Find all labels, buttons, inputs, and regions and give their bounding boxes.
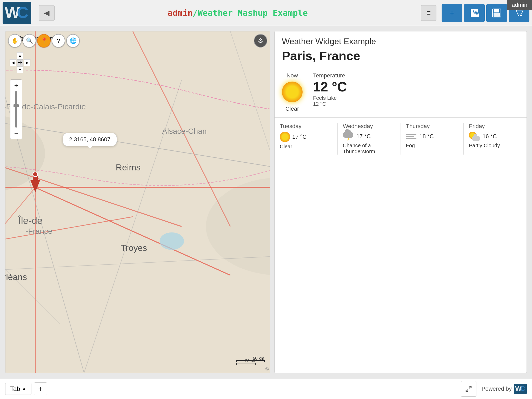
weather-widget: Weather Widget Example Paris, France Now… xyxy=(274,31,527,373)
now-icon-area: Now Clear xyxy=(282,72,303,112)
save-button[interactable] xyxy=(486,4,507,22)
wednesday-condition: Chance of a Thunderstorm xyxy=(343,143,395,155)
app-logo: W C Wirecloud xyxy=(3,2,31,24)
svg-point-42 xyxy=(33,172,38,177)
powered-label: Powered by xyxy=(482,385,512,392)
map-svg: Rouen Reims Chartres Orléans Le Mans Tro… xyxy=(5,31,270,373)
friday-partly-icon xyxy=(469,132,480,141)
map-tools: ✋ 🔍 📍 ? 🌐 xyxy=(8,34,80,48)
tuesday-label: Tuesday xyxy=(280,123,332,130)
map-popup: 2.3165, 48.8607 xyxy=(63,133,117,146)
main-content: Web Map Service xyxy=(0,26,532,378)
svg-rect-5 xyxy=(494,9,499,12)
feels-like-label: Feels Like xyxy=(313,95,337,101)
admin-badge: admin xyxy=(507,0,532,10)
forecast-tuesday: Tuesday 17 °C Clear xyxy=(275,123,338,155)
zoom-in-button[interactable]: + xyxy=(11,81,21,90)
now-label: Now xyxy=(287,72,298,79)
tab-label: Tab xyxy=(10,385,20,393)
add-tab-button[interactable]: + xyxy=(34,382,47,395)
now-condition: Clear xyxy=(285,105,299,112)
zoom-box-tool[interactable]: 🔍 xyxy=(23,34,36,48)
powered-logo: W C xyxy=(514,384,527,394)
map-widget: Web Map Service xyxy=(5,31,270,373)
back-button[interactable]: ◀ xyxy=(39,5,55,21)
svg-text:Alsace-Chan: Alsace-Chan xyxy=(162,127,207,135)
svg-text:Île-de: Île-de xyxy=(18,215,43,226)
friday-condition: Partly Cloudy xyxy=(469,143,521,149)
friday-temp: 16 °C xyxy=(482,133,497,140)
breadcrumb-page: Weather Mashup Example xyxy=(198,8,308,18)
weather-now-section: Now Clear Temperature 12 °C Feels Like 1… xyxy=(275,67,527,118)
svg-text:Reims: Reims xyxy=(116,162,141,172)
wednesday-temp: 17 °C xyxy=(356,133,371,140)
zoom-handle[interactable] xyxy=(14,104,19,107)
tab-button[interactable]: Tab ▲ xyxy=(5,383,31,395)
pan-down-button[interactable]: ▼ xyxy=(17,66,23,73)
svg-point-8 xyxy=(520,15,522,16)
expand-button[interactable] xyxy=(461,381,476,397)
layer-tool[interactable]: 🌐 xyxy=(66,34,80,48)
thursday-condition: Fog xyxy=(406,143,458,149)
info-tool[interactable]: ? xyxy=(52,34,65,48)
pan-empty-tl xyxy=(10,52,16,59)
puzzle-button[interactable] xyxy=(464,4,485,22)
pan-empty-tr xyxy=(24,52,30,59)
now-temp-area: Temperature 12 °C Feels Like 12 °C xyxy=(313,72,347,107)
forecast-wednesday: Wednesday ⚡ 17 °C Chance of a Thundersto… xyxy=(338,123,401,155)
thursday-fog-icon xyxy=(406,132,417,141)
breadcrumb: admin/Weather Mashup Example xyxy=(57,8,418,18)
zoom-slider[interactable] xyxy=(15,91,17,128)
bottom-bar: Tab ▲ + Powered by W C xyxy=(0,378,532,399)
thursday-temp: 18 °C xyxy=(420,133,434,140)
feels-like: Feels Like 12 °C xyxy=(313,95,347,107)
zoom-out-button[interactable]: − xyxy=(11,129,21,138)
wednesday-label: Wednesday xyxy=(343,123,395,130)
svg-text:C: C xyxy=(17,3,29,21)
temp-value: 12 °C xyxy=(313,80,347,94)
map-settings[interactable]: ⚙ xyxy=(254,34,267,48)
popup-coords: 2.3165, 48.8607 xyxy=(69,136,110,143)
map-background[interactable]: Rouen Reims Chartres Orléans Le Mans Tro… xyxy=(5,31,270,373)
tab-area: Tab ▲ + xyxy=(5,382,47,395)
gear-icon[interactable]: ⚙ xyxy=(254,34,267,48)
temp-label: Temperature xyxy=(313,72,347,79)
forecast-row: Tuesday 17 °C Clear Wednesday ⚡ 17 °C Ch… xyxy=(275,118,527,160)
topbar: W C Wirecloud ◀ admin/Weather Mashup Exa… xyxy=(0,0,532,26)
tab-arrow: ▲ xyxy=(22,386,26,391)
map-attribution: © xyxy=(265,366,269,372)
wednesday-storm-icon: ⚡ xyxy=(343,132,354,141)
pan-empty-bl xyxy=(10,66,16,73)
powered-by-area: Powered by W C xyxy=(482,384,527,394)
pan-up-button[interactable]: ▲ xyxy=(17,52,23,59)
friday-label: Friday xyxy=(469,123,521,130)
friday-icon-row: 16 °C xyxy=(469,132,521,141)
svg-text:Troyes: Troyes xyxy=(121,243,147,253)
tuesday-condition: Clear xyxy=(280,144,332,150)
weather-city: Paris, France xyxy=(282,49,519,63)
add-button[interactable]: + xyxy=(442,4,462,22)
menu-button[interactable]: ≡ xyxy=(421,5,436,21)
svg-text:Orléans: Orléans xyxy=(5,272,27,282)
pan-tool-button[interactable]: ✋ xyxy=(8,34,22,48)
logo-area: W C Wirecloud xyxy=(3,2,39,24)
svg-rect-6 xyxy=(494,13,500,17)
svg-point-7 xyxy=(518,15,519,16)
svg-point-25 xyxy=(159,232,184,250)
scale-20mi: 20 mi xyxy=(245,359,255,363)
pan-left-button[interactable]: ◀ xyxy=(10,59,16,66)
pan-empty-br xyxy=(24,66,30,73)
tuesday-temp: 17 °C xyxy=(292,134,307,140)
scale-bar: 50 km 20 mi xyxy=(236,360,265,365)
svg-text:-France: -France xyxy=(25,227,52,235)
forecast-thursday: Thursday 18 °C Fog xyxy=(401,123,464,155)
wednesday-icon-row: ⚡ 17 °C xyxy=(343,132,395,141)
identify-tool[interactable]: 📍 xyxy=(37,34,51,48)
tuesday-icon-row: 17 °C xyxy=(280,132,332,142)
tuesday-sun-icon xyxy=(280,132,290,142)
pan-right-button[interactable]: ▶ xyxy=(24,59,30,66)
pan-center-button[interactable]: ✛ xyxy=(17,59,23,66)
thursday-icon-row: 18 °C xyxy=(406,132,458,141)
pan-controls: ▲ ◀ ✛ ▶ ▼ xyxy=(10,52,30,73)
thursday-label: Thursday xyxy=(406,123,458,130)
